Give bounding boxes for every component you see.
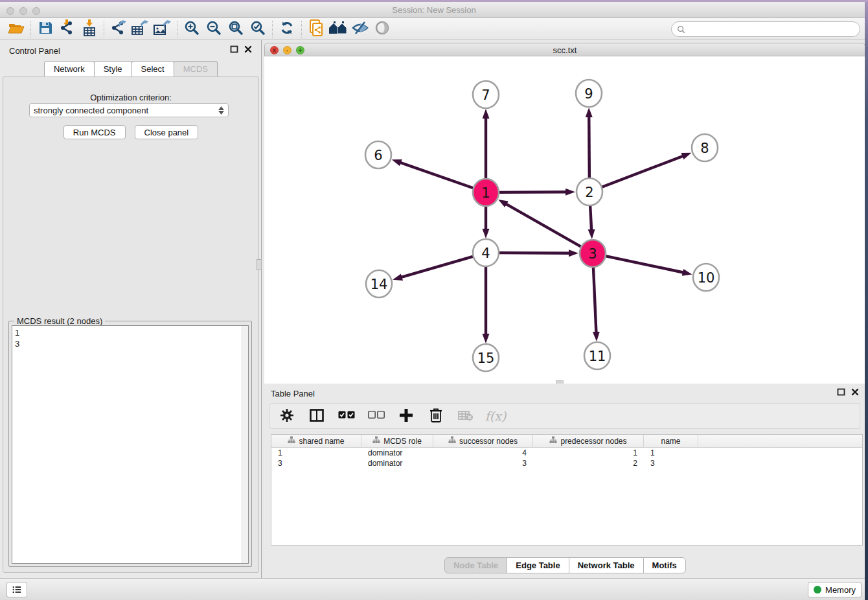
column-header-predecessor-nodes[interactable]: predecessor nodes [533,435,644,447]
table-header-row: shared nameMCDS rolesuccessor nodesprede… [271,435,862,448]
optimization-criterion-label: Optimization criterion: [3,93,258,102]
select-all-checkboxes-button[interactable] [337,407,356,425]
zoom-out-icon [206,20,222,38]
float-panel-icon[interactable] [230,45,238,53]
cell-shared-name[interactable]: 3 [271,458,361,468]
delete-column-button[interactable] [427,407,445,425]
refresh-button[interactable] [276,19,298,39]
result-scrollbar[interactable] [242,326,248,563]
node-11[interactable]: 11 [584,342,610,369]
hide-details-button[interactable] [349,19,371,39]
cell-name[interactable]: 3 [644,458,698,468]
refresh-icon [279,20,295,38]
mcds-result-text[interactable]: 1 3 [12,325,249,564]
save-session-icon [38,20,53,38]
svg-text:2: 2 [585,185,593,200]
network-window-titlebar[interactable]: x - + scc.txt [264,43,865,56]
edge-1-6[interactable] [400,163,474,189]
home-layout-button[interactable] [327,19,349,39]
export-table-button[interactable] [130,19,152,39]
cell-predecessor-nodes[interactable]: 2 [533,458,644,468]
zoom-in-button[interactable] [181,19,203,39]
import-table-button[interactable] [78,19,100,39]
edge-3-1[interactable] [505,203,582,247]
deselect-all-checkboxes-button[interactable] [367,407,385,425]
search-box[interactable] [671,21,860,37]
import-network-button[interactable] [56,19,78,39]
cell-name[interactable]: 1 [644,448,698,458]
export-image-icon [154,19,172,38]
task-history-button[interactable] [6,582,27,597]
tab-select[interactable]: Select [131,61,174,76]
zoom-out-button[interactable] [203,19,225,39]
export-image-button[interactable] [152,19,174,39]
export-network-button[interactable] [108,19,130,39]
cell-successor-nodes[interactable]: 3 [433,458,533,468]
add-column-button[interactable] [397,407,415,425]
run-mcds-button[interactable]: Run MCDS [63,125,126,139]
tab-edge-table[interactable]: Edge Table [507,557,569,573]
tab-mcds[interactable]: MCDS [174,61,218,76]
zoom-fit-button[interactable] [225,19,247,39]
node-3[interactable]: 3 [580,240,606,267]
node-2[interactable]: 2 [577,178,602,205]
show-details-button[interactable] [371,19,393,39]
cell-MCDS-role[interactable]: dominator [361,458,433,468]
network-graph[interactable]: 7968124314101511 [264,56,865,384]
table-row[interactable]: 3dominator323 [271,458,862,468]
close-panel-icon[interactable] [244,45,252,53]
edge-2-9[interactable] [589,116,589,179]
tree-icon [372,436,380,446]
network-canvas[interactable]: 7968124314101511 [264,56,865,384]
edge-3-10[interactable] [605,256,684,273]
delete-table-button [457,407,475,425]
table-row[interactable]: 1dominator411 [271,448,862,458]
node-10[interactable]: 10 [693,264,719,291]
edge-3-11[interactable] [593,266,597,333]
cell-MCDS-role[interactable]: dominator [361,448,433,458]
cell-predecessor-nodes[interactable]: 1 [533,448,644,458]
search-input[interactable] [689,25,860,34]
node-1[interactable]: 1 [473,179,499,206]
splitter-handle[interactable] [257,259,262,270]
node-14[interactable]: 14 [366,270,392,297]
cell-successor-nodes[interactable]: 4 [433,448,533,458]
status-bar: Memory [0,578,868,600]
column-header-MCDS-role[interactable]: MCDS role [361,435,433,447]
tab-node-table[interactable]: Node Table [444,557,507,573]
node-9[interactable]: 9 [576,80,602,107]
tab-network[interactable]: Network [44,61,95,76]
toolbar-separator [272,21,273,38]
node-15[interactable]: 15 [473,344,499,371]
float-table-panel-icon[interactable] [837,388,845,396]
node-4[interactable]: 4 [473,239,499,266]
network-from-selection-button[interactable] [305,19,327,39]
edge-4-14[interactable] [401,256,474,277]
tab-style[interactable]: Style [94,61,132,76]
column-header-shared-name[interactable]: shared name [271,435,361,447]
edge-4-3[interactable] [498,253,570,253]
open-session-icon [8,20,25,38]
node-6[interactable]: 6 [365,141,391,168]
zoom-selected-button[interactable] [247,19,269,39]
column-header-name[interactable]: name [644,435,698,447]
edge-1-2[interactable] [498,192,567,192]
close-panel-button[interactable]: Close panel [135,125,199,139]
edge-2-8[interactable] [601,156,684,187]
save-session-button[interactable] [34,19,56,39]
delete-table-icon [458,410,474,423]
cell-shared-name[interactable]: 1 [271,448,361,458]
tab-network-table[interactable]: Network Table [569,557,644,573]
close-table-panel-icon[interactable] [851,388,859,396]
edge-2-3[interactable] [590,204,591,231]
table-settings-button[interactable] [278,407,296,425]
node-8[interactable]: 8 [692,134,718,161]
node-7[interactable]: 7 [473,81,499,108]
mcds-result-group: MCDS result (2 nodes) 1 3 [8,321,252,567]
tab-motifs[interactable]: Motifs [643,557,686,573]
open-session-button[interactable] [5,19,27,39]
memory-button[interactable]: Memory [808,582,862,597]
optimization-criterion-select[interactable]: strongly connected component [29,103,229,117]
show-columns-button[interactable] [308,407,326,425]
column-header-successor-nodes[interactable]: successor nodes [433,435,533,447]
